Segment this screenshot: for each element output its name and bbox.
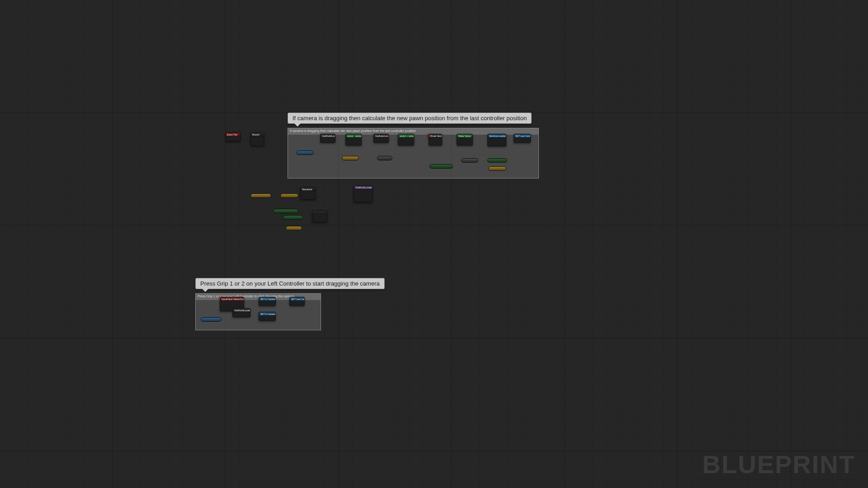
var-left-controller-2[interactable] <box>273 209 298 213</box>
node-header: Event Tick <box>226 133 240 136</box>
node-get-world-location-2[interactable]: GetWorldLocation <box>354 185 373 202</box>
node-header: GetActorLocation <box>374 134 388 138</box>
node-small-func[interactable] <box>312 211 327 222</box>
node-header: SET Last Controller Position <box>514 134 530 138</box>
node-header: GetWorldLocation <box>233 309 250 312</box>
var-float-pin[interactable] <box>429 164 453 169</box>
var-vector-pill[interactable] <box>250 193 271 198</box>
node-header: SET Is Camera Dragging <box>259 297 275 301</box>
node-header: SET Last Controller Position <box>290 297 304 301</box>
node-sequence[interactable]: Sequence <box>300 187 316 200</box>
node-get-world-location[interactable]: GetWorldLocation <box>320 134 335 143</box>
var-left-motion-controller[interactable] <box>297 150 314 155</box>
node-set-last-position[interactable]: SET Last Controller Position <box>514 134 531 143</box>
node-header <box>312 211 327 215</box>
var-target-2[interactable] <box>283 215 303 220</box>
node-set-dragging-true[interactable]: SET Is Camera Dragging <box>259 297 276 306</box>
node-event-tick[interactable]: Event Tick <box>225 132 241 141</box>
node-get-world-location-3[interactable]: GetWorldLocation <box>232 308 250 317</box>
graph-canvas[interactable] <box>0 0 868 488</box>
node-get-actor-location[interactable]: GetActorLocation <box>373 134 389 143</box>
node-make-vector[interactable]: Make Vector <box>457 134 473 145</box>
var-left-controller-3[interactable] <box>201 317 222 322</box>
node-header: vector + vector <box>398 134 414 138</box>
node-break-vector[interactable]: Break Vector <box>429 134 442 145</box>
node-set-dragging-false[interactable]: SET Is Camera Dragging <box>259 312 276 321</box>
node-set-last-position-2[interactable]: SET Last Controller Position <box>289 297 305 306</box>
node-header: Branch <box>251 133 264 136</box>
var-new-location[interactable] <box>488 166 506 171</box>
node-header: Sequence <box>301 188 315 191</box>
var-vector-pill-2[interactable] <box>280 193 298 198</box>
pin-group <box>428 134 430 137</box>
node-header: Make Vector <box>457 134 472 138</box>
node-header: SetActorLocation <box>488 134 506 138</box>
node-header: GetWorldLocation <box>321 134 335 138</box>
node-header: InputAction MotionController_Left_Grip1 <box>220 297 244 301</box>
var-last-controller-position[interactable] <box>342 156 359 160</box>
var-vector-pill-3[interactable] <box>286 226 302 230</box>
comment-tooltip-top: If camera is dragging then calculate the… <box>288 113 532 124</box>
node-set-actor-location[interactable]: SetActorLocation <box>487 134 506 146</box>
node-header: SET Is Camera Dragging <box>259 312 275 316</box>
var-self-target[interactable] <box>377 156 392 160</box>
node-header: vector - vector <box>346 134 361 138</box>
node-branch[interactable]: Branch <box>250 132 264 146</box>
comment-tooltip-bottom: Press Grip 1 or 2 on your Left Controlle… <box>195 278 385 289</box>
node-vector-subtract[interactable]: vector - vector <box>345 134 362 145</box>
var-target[interactable] <box>461 158 478 163</box>
node-vector-add[interactable]: vector + vector <box>398 134 414 145</box>
var-sweep[interactable] <box>487 158 507 163</box>
node-header: GetWorldLocation <box>354 186 372 189</box>
node-header: Break Vector <box>429 134 442 138</box>
